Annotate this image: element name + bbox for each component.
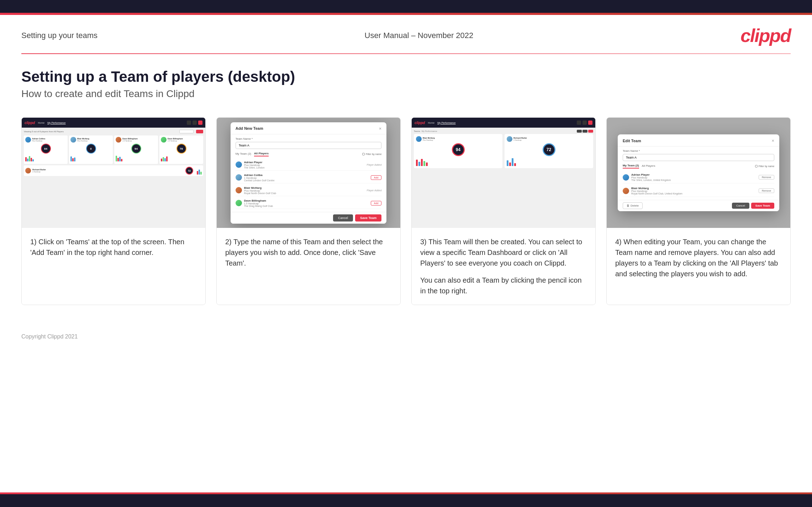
mock-logo-1: clippd xyxy=(25,121,35,125)
modal-remove-btn-1[interactable]: Remove xyxy=(759,175,774,180)
mock-icon-3b xyxy=(582,121,587,125)
mock-bottom-bar-1 xyxy=(197,171,198,175)
modal-player-detail-1a: Plus Handicap xyxy=(244,164,365,166)
mock-nav-home: Home xyxy=(38,122,44,124)
modal-edit-player-row-1: Adrian Player Plus Handicap The Shire, L… xyxy=(623,171,774,183)
modal-player-name-4: Dave Billingham xyxy=(244,199,369,202)
modal-player-avatar-1 xyxy=(236,161,242,168)
mock-avatar-3-2 xyxy=(507,136,512,142)
mock-nav-home-3: Home xyxy=(428,122,434,124)
modal-team-name-input-4[interactable] xyxy=(623,154,774,161)
modal-cancel-btn-2[interactable]: Cancel xyxy=(333,214,353,222)
modal-player-list: Adrian Player Plus Handicap The Shire, L… xyxy=(236,159,382,209)
mock-score-3: 94 xyxy=(131,144,141,154)
modal-player-info-3: Blair McHarg Plus Handicap Royal North D… xyxy=(244,186,365,194)
modal-field-label-2: Team Name * xyxy=(236,137,382,140)
modal-player-detail-3b: Royal North Devon Golf Club xyxy=(244,192,365,194)
mock-pencil-icon xyxy=(588,130,593,133)
mock-bar-10 xyxy=(117,158,119,161)
mock-bars-2 xyxy=(70,154,111,161)
modal-player-badge-1: Player Added xyxy=(367,164,382,166)
modal-add-team: Add New Team × Team Name * My Team (2) A… xyxy=(231,122,387,224)
modal-add-btn-2[interactable]: Add xyxy=(371,175,381,180)
mock-bar-3-1 xyxy=(416,160,418,166)
modal-edit-detail-1a: Plus Handicap xyxy=(631,176,756,179)
modal-close-2[interactable]: × xyxy=(379,126,382,131)
card-2: Add New Team × Team Name * My Team (2) A… xyxy=(216,117,401,305)
mock-player-name-1: Adrian Collins xyxy=(32,138,45,140)
mock-bar-3-2 xyxy=(418,162,420,166)
top-bar xyxy=(0,0,812,13)
modal-team-name-input[interactable] xyxy=(236,142,382,149)
mock-filter-sub-3: My Performance xyxy=(422,130,437,132)
modal-overlay-2: Add New Team × Team Name * My Team (2) A… xyxy=(217,118,400,228)
mock-players-grid-1: Adrian Collins Plus Handicap 84 xyxy=(24,135,203,164)
mock-avatar-3-1 xyxy=(416,136,422,142)
mock-score-4: 78 xyxy=(176,144,186,154)
mock-bar-6 xyxy=(70,156,72,161)
bottom-bar xyxy=(0,494,812,507)
modal-edit-player-row-2: Blair McHarg Plus Handicap Royal North D… xyxy=(623,185,774,197)
modal-save-btn-4[interactable]: Save Team xyxy=(751,203,774,209)
modal-delete-btn[interactable]: 🗑 Delete xyxy=(623,202,643,209)
modal-edit-info-2: Blair McHarg Plus Handicap Royal North D… xyxy=(631,187,756,195)
modal-filter-check-4: Filter by name xyxy=(755,165,774,167)
card-3-description-2: You can also edit a Team by clicking the… xyxy=(420,275,587,296)
header-left-text: Setting up your teams xyxy=(21,31,97,40)
modal-edit-name-2: Blair McHarg xyxy=(631,187,756,190)
mock-bars-3-1 xyxy=(416,158,500,166)
mock-avatar-2 xyxy=(70,137,76,143)
modal-tabs-4: My Team (2) All Players Filter by name xyxy=(623,164,774,169)
mock-score-2: 0 xyxy=(86,144,96,154)
modal-close-4[interactable]: × xyxy=(771,138,774,143)
modal-cancel-btn-4[interactable]: Cancel xyxy=(732,203,749,209)
modal-player-name-1: Adrian Player xyxy=(244,161,365,164)
mock-bar-3-7 xyxy=(509,162,511,166)
mock-bar-2 xyxy=(27,159,28,161)
header: Setting up your teams User Manual – Nove… xyxy=(0,15,812,53)
card-2-text: 2) Type the name of this Team and then s… xyxy=(217,228,400,305)
modal-player-row-4: Dave Billingham 1.5 Handicap The Drag Ma… xyxy=(236,198,382,209)
mock-detail-3-1: Plus Handicap xyxy=(423,139,435,141)
mock-player-card-4: Dave Billingham 1.5 Handicap 78 xyxy=(159,135,203,164)
mock-bottom-bar-3 xyxy=(200,172,202,175)
modal-filter-checkbox[interactable] xyxy=(362,153,365,155)
mock-bars-1 xyxy=(25,154,66,161)
card-2-screenshot: Add New Team × Team Name * My Team (2) A… xyxy=(217,118,400,228)
modal-save-btn-2[interactable]: Save Team xyxy=(355,214,381,222)
modal-player-badge-3: Player Added xyxy=(367,189,382,192)
mock-player-card-1: Adrian Collins Plus Handicap 84 xyxy=(24,135,68,164)
mock-player-3-card-2: Richard Butler 3 Handicap 72 xyxy=(505,134,593,168)
mock-nav-icon-3-1 xyxy=(577,130,582,133)
card-1-description: 1) Click on 'Teams' at the top of the sc… xyxy=(30,236,197,258)
modal-tab-all-players-4[interactable]: All Players xyxy=(642,164,655,168)
mock-bar-1 xyxy=(25,157,27,161)
modal-tab-my-team[interactable]: My Team (2) xyxy=(236,152,251,156)
modal-player-name-2: Adrian Coliba xyxy=(244,174,369,177)
modal-edit-detail-2b: Royal North Devon Golf Club, United King… xyxy=(631,192,756,195)
mock-player-detail-2: Plus Handicap xyxy=(77,140,89,142)
mock-avatar-3 xyxy=(116,137,121,143)
modal-filter-checkbox-4[interactable] xyxy=(755,165,758,167)
mock-bar-9 xyxy=(116,156,117,161)
modal-title-2: Add New Team xyxy=(236,126,263,130)
mock-name-3-1: Blair McHarg xyxy=(423,137,435,139)
mock-filter-label-3: Teams xyxy=(414,130,420,132)
mock-bar-14 xyxy=(163,157,164,161)
modal-tab-all-players[interactable]: All Players xyxy=(254,152,269,156)
modal-player-detail-3a: Plus Handicap xyxy=(244,190,365,192)
modal-add-btn-4[interactable]: Add xyxy=(371,201,381,206)
modal-remove-btn-2[interactable]: Remove xyxy=(759,188,774,193)
mock-bottom-name: Richard Butler xyxy=(32,169,184,171)
modal-overlay-4: Edit Team × Team Name * My Team (2) All … xyxy=(607,118,790,228)
card-4-text: 4) When editing your Team, you can chang… xyxy=(607,228,790,305)
card-1-text: 1) Click on 'Teams' at the top of the sc… xyxy=(22,228,205,305)
card-2-description: 2) Type the name of this Team and then s… xyxy=(225,236,392,268)
mock-bar-11 xyxy=(119,157,121,161)
modal-edit-detail-2a: Plus Handicap xyxy=(631,190,756,192)
card-3-description-1: 3) This Team will then be created. You c… xyxy=(420,236,587,268)
modal-player-info-4: Dave Billingham 1.5 Handicap The Drag Ma… xyxy=(244,199,369,207)
modal-edit-player-list: Adrian Player Plus Handicap The Shire, L… xyxy=(623,171,774,197)
modal-header-2: Add New Team × xyxy=(231,122,387,134)
modal-tab-my-team-4[interactable]: My Team (2) xyxy=(623,164,639,169)
